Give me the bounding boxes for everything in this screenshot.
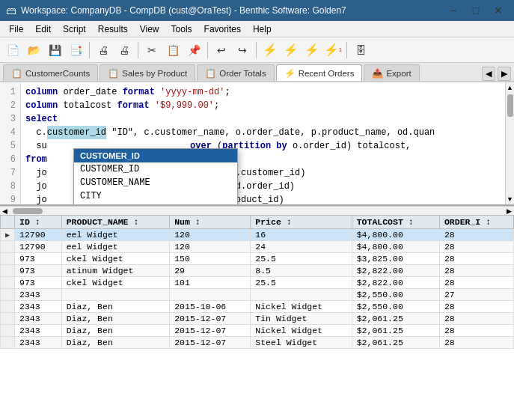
run-button[interactable]: ⚡ xyxy=(260,40,280,60)
cell-id: 973 xyxy=(15,265,62,277)
col-header-product[interactable]: PRODUCT_NAME ↕ xyxy=(61,216,170,229)
tab-recent-orders[interactable]: ⚡ Recent Orders xyxy=(276,64,363,81)
table-row[interactable]: 973 ckel Widget 150 25.5 $3,825.00 28 xyxy=(1,253,514,265)
table-row[interactable]: 973 ckel Widget 101 25.5 $2,822.00 28 xyxy=(1,277,514,289)
tab-order-totals[interactable]: 📋 Order Totals xyxy=(197,64,274,81)
cell-num: 120 xyxy=(170,241,251,253)
table-row[interactable]: ▶ 12790 eel Widget 120 16 $4,800.00 28 xyxy=(1,229,514,241)
cell-total: $2,061.25 xyxy=(352,313,439,325)
row-indicator xyxy=(1,337,15,349)
menu-tools[interactable]: Tools xyxy=(165,22,198,36)
col-header-orderid[interactable]: ORDER_I ↕ xyxy=(439,216,513,229)
save-all-button[interactable]: 📑 xyxy=(66,40,85,60)
cell-order: 28 xyxy=(439,253,513,265)
print-button[interactable]: 🖨 xyxy=(94,40,113,60)
paste-button[interactable]: 📌 xyxy=(184,40,204,60)
ac-item-3[interactable]: COUNTRY xyxy=(74,203,237,206)
cell-total: $4,800.00 xyxy=(352,229,439,241)
db-button[interactable]: 🗄 xyxy=(351,40,370,60)
menu-view[interactable]: View xyxy=(134,22,165,36)
tab-sales-by-product[interactable]: 📋 Sales by Product xyxy=(100,64,195,81)
cell-product: Diaz, Ben xyxy=(61,337,170,349)
col-header-id[interactable]: ID ↕ xyxy=(15,216,62,229)
table-row[interactable]: 2343 Diaz, Ben 2015-12-07 Tin Widget $2,… xyxy=(1,313,514,325)
tab-export[interactable]: 📤 Export xyxy=(364,64,419,81)
maximize-button[interactable]: □ xyxy=(466,1,486,20)
h-scroll-right-btn[interactable]: ▶ xyxy=(504,207,514,215)
minimize-button[interactable]: − xyxy=(444,1,463,20)
cell-num: 2015-12-07 xyxy=(170,325,251,337)
run4-button[interactable]: ⚡1 xyxy=(323,40,343,60)
cell-total: $2,822.00 xyxy=(352,265,439,277)
tab-customer-counts[interactable]: 📋 CustomerCounts xyxy=(3,64,98,81)
col-header-price[interactable]: Price ↕ xyxy=(251,216,352,229)
save-button[interactable]: 💾 xyxy=(45,40,64,60)
open-button[interactable]: 📂 xyxy=(24,40,43,60)
table-row[interactable]: 2343 Diaz, Ben 2015-10-06 Nickel Widget … xyxy=(1,301,514,313)
table-row[interactable]: 2343 $2,550.00 27 xyxy=(1,289,514,301)
row-indicator xyxy=(1,325,15,337)
cell-order: 28 xyxy=(439,265,513,277)
h-scroll-thumb[interactable] xyxy=(13,208,43,214)
cell-price: Tin Widget xyxy=(251,313,352,325)
tabs-bar: 📋 CustomerCounts 📋 Sales by Product 📋 Or… xyxy=(0,63,514,82)
print2-button[interactable]: 🖨 xyxy=(114,40,134,60)
cell-total: $2,550.00 xyxy=(352,289,439,301)
cell-price xyxy=(251,289,352,301)
tab-icon-recent: ⚡ xyxy=(284,68,296,79)
editor-area[interactable]: 1 2 3 4 5 6 7 8 9 column order_date form… xyxy=(0,82,514,206)
menu-file[interactable]: File xyxy=(3,22,29,36)
cell-price: Nickel Widget xyxy=(251,325,352,337)
cell-order: 28 xyxy=(439,301,513,313)
tabs-end: ◀ ▶ xyxy=(482,67,514,81)
row-indicator xyxy=(1,241,15,253)
menu-favorites[interactable]: Favorites xyxy=(198,22,247,36)
tabs-scroll-left[interactable]: ◀ xyxy=(482,67,495,81)
tabs-scroll-right[interactable]: ▶ xyxy=(498,67,511,81)
cell-id: 2343 xyxy=(15,289,62,301)
copy-button[interactable]: 📋 xyxy=(163,40,183,60)
h-scrollbar[interactable]: ◀ ▶ xyxy=(0,206,514,215)
close-button[interactable]: ✕ xyxy=(489,1,508,20)
col-header-indicator[interactable] xyxy=(1,216,15,229)
menu-results[interactable]: Results xyxy=(92,22,134,36)
title-bar: 🗃 Workspace: CompanyDB - CompDB (cust@Or… xyxy=(0,0,514,21)
table-row[interactable]: 2343 Diaz, Ben 2015-12-07 Steel Widget $… xyxy=(1,337,514,349)
cut-button[interactable]: ✂ xyxy=(142,40,162,60)
menu-script[interactable]: Script xyxy=(57,22,92,36)
h-scroll-left-btn[interactable]: ◀ xyxy=(0,207,10,215)
table-row[interactable]: 2343 Diaz, Ben 2015-12-07 Nickel Widget … xyxy=(1,325,514,337)
col-header-totalcost[interactable]: TOTALCOST ↕ xyxy=(352,216,439,229)
cell-total: $2,061.25 xyxy=(352,325,439,337)
tab-label-recent: Recent Orders xyxy=(299,69,355,78)
window-controls: − □ ✕ xyxy=(444,1,508,20)
redo-button[interactable]: ↪ xyxy=(233,40,252,60)
menu-help[interactable]: Help xyxy=(247,22,278,36)
table-row[interactable]: 973 atinum Widget 29 8.5 $2,822.00 28 xyxy=(1,265,514,277)
ac-item-0[interactable]: CUSTOMER_ID xyxy=(74,162,237,176)
ac-item-2[interactable]: CITY xyxy=(74,189,237,203)
new-button[interactable]: 📄 xyxy=(3,40,22,60)
row-indicator xyxy=(1,313,15,325)
cell-order: 28 xyxy=(439,229,513,241)
cell-id: 2343 xyxy=(15,313,62,325)
cell-price: 25.5 xyxy=(251,253,352,265)
tab-label-sales: Sales by Product xyxy=(122,69,187,78)
scroll-track xyxy=(507,91,513,195)
cell-order: 28 xyxy=(439,337,513,349)
scroll-thumb[interactable] xyxy=(507,94,513,117)
run3-button[interactable]: ⚡ xyxy=(302,40,322,60)
cell-num xyxy=(170,289,251,301)
autocomplete-header: CUSTOMER_ID xyxy=(74,149,237,162)
table-row[interactable]: 12790 eel Widget 120 24 $4,800.00 28 xyxy=(1,241,514,253)
ac-item-1[interactable]: CUSTOMER_NAME xyxy=(74,176,237,189)
run2-button[interactable]: ⚡ xyxy=(281,40,301,60)
code-line-4: c.customer_id "ID", c.customer_name, o.o… xyxy=(25,126,501,139)
v-scrollbar[interactable]: ▲ ▼ xyxy=(505,82,514,204)
menu-edit[interactable]: Edit xyxy=(29,22,57,36)
scroll-down-btn[interactable]: ▼ xyxy=(507,195,513,203)
col-header-num[interactable]: Num ↕ xyxy=(170,216,251,229)
cell-num: 120 xyxy=(170,229,251,241)
undo-button[interactable]: ↩ xyxy=(212,40,231,60)
scroll-up-btn[interactable]: ▲ xyxy=(507,84,513,91)
